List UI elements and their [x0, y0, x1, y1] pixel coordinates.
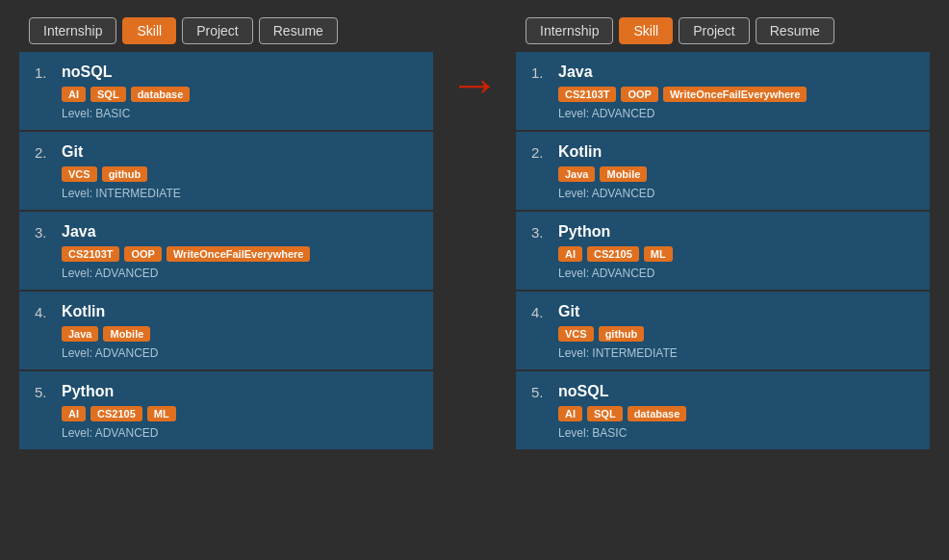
left-tab-project[interactable]: Project [182, 17, 253, 44]
skill-number: 5. [35, 384, 54, 400]
right-tab-resume[interactable]: Resume [756, 17, 834, 44]
skill-item[interactable]: 4.KotlinJavaMobileLevel: ADVANCED [19, 292, 433, 371]
skill-number: 1. [35, 64, 54, 81]
skill-tag: ML [147, 406, 176, 421]
skill-level: Level: ADVANCED [62, 267, 418, 280]
skill-tag: CS2105 [90, 406, 142, 421]
skill-name: Git [62, 143, 83, 161]
skill-tag: database [131, 87, 191, 102]
skill-tag: ML [644, 246, 673, 262]
skill-tag: VCS [558, 326, 594, 342]
skill-level: Level: ADVANCED [558, 187, 914, 200]
skill-level: Level: ADVANCED [558, 107, 914, 120]
skill-number: 5. [531, 384, 551, 400]
left-tab-resume[interactable]: Resume [259, 17, 338, 44]
left-skill-list: 1.noSQLAISQLdatabaseLevel: BASIC2.GitVCS… [19, 52, 433, 449]
skill-tag: CS2103T [62, 246, 119, 262]
skill-level: Level: BASIC [62, 107, 418, 120]
skill-name: Git [558, 303, 579, 320]
left-tab-bar: Internship Skill Project Resume [19, 10, 433, 52]
skill-tag: github [102, 166, 148, 182]
skill-name: Kotlin [62, 303, 105, 320]
skill-number: 3. [35, 224, 54, 241]
right-skill-list: 1.JavaCS2103TOOPWriteOnceFailEverywhereL… [516, 52, 930, 449]
skill-name: Python [558, 223, 610, 241]
skill-item[interactable]: 1.JavaCS2103TOOPWriteOnceFailEverywhereL… [516, 52, 930, 132]
right-tab-skill[interactable]: Skill [619, 17, 673, 44]
skill-tag: SQL [587, 406, 623, 421]
skill-number: 2. [35, 144, 54, 161]
skill-number: 4. [35, 304, 54, 320]
skill-item[interactable]: 3.JavaCS2103TOOPWriteOnceFailEverywhereL… [19, 212, 433, 292]
skill-tag: Java [558, 166, 595, 182]
skill-number: 2. [531, 144, 551, 161]
skill-number: 3. [531, 224, 551, 241]
skill-number: 1. [531, 64, 551, 81]
skill-level: Level: ADVANCED [62, 346, 418, 360]
left-tab-skill[interactable]: Skill [122, 17, 176, 44]
skill-tag: AI [62, 406, 86, 421]
right-panel: Internship Skill Project Resume 1.JavaCS… [516, 10, 930, 449]
right-tab-bar: Internship Skill Project Resume [516, 10, 930, 52]
skill-number: 4. [531, 304, 551, 320]
skill-tag: AI [558, 246, 582, 262]
skill-tag: WriteOnceFailEverywhere [167, 246, 311, 262]
skill-level: Level: INTERMEDIATE [62, 187, 418, 200]
skill-tag: AI [62, 87, 86, 102]
skill-tag: Mobile [103, 326, 150, 342]
skill-name: Java [62, 223, 96, 241]
right-tab-internship[interactable]: Internship [526, 17, 613, 44]
skill-item[interactable]: 4.GitVCSgithubLevel: INTERMEDIATE [516, 292, 930, 371]
skill-tag: SQL [90, 87, 126, 102]
skill-tag: VCS [62, 166, 97, 182]
skill-level: Level: BASIC [558, 426, 914, 440]
skill-tag: OOP [124, 246, 161, 262]
skill-item[interactable]: 2.KotlinJavaMobileLevel: ADVANCED [516, 132, 930, 212]
skill-tag: CS2103T [558, 87, 616, 102]
skill-tag: WriteOnceFailEverywhere [663, 87, 808, 102]
skill-tag: OOP [621, 87, 657, 102]
skill-tag: AI [558, 406, 582, 421]
skill-item[interactable]: 2.GitVCSgithubLevel: INTERMEDIATE [19, 132, 433, 212]
skill-tag: github [599, 326, 645, 342]
skill-level: Level: ADVANCED [558, 267, 914, 280]
skill-level: Level: INTERMEDIATE [558, 346, 914, 360]
skill-tag: Java [62, 326, 98, 342]
skill-name: Java [558, 64, 593, 81]
right-tab-project[interactable]: Project [679, 17, 750, 44]
skill-tag: Mobile [600, 166, 647, 182]
skill-name: Kotlin [558, 143, 602, 161]
left-panel: Internship Skill Project Resume 1.noSQLA… [19, 10, 433, 449]
skill-name: noSQL [62, 64, 112, 81]
skill-item[interactable]: 5.noSQLAISQLdatabaseLevel: BASIC [516, 371, 930, 449]
skill-tag: CS2105 [587, 246, 639, 262]
arrow-icon: → [449, 58, 500, 110]
skill-name: noSQL [558, 383, 608, 400]
skill-item[interactable]: 1.noSQLAISQLdatabaseLevel: BASIC [19, 52, 433, 132]
skill-name: Python [62, 383, 114, 400]
skill-tag: database [628, 406, 687, 421]
skill-item[interactable]: 5.PythonAICS2105MLLevel: ADVANCED [19, 371, 433, 449]
left-tab-internship[interactable]: Internship [29, 17, 116, 44]
skill-item[interactable]: 3.PythonAICS2105MLLevel: ADVANCED [516, 212, 930, 292]
skill-level: Level: ADVANCED [62, 426, 418, 440]
arrow-area: → [433, 10, 516, 110]
